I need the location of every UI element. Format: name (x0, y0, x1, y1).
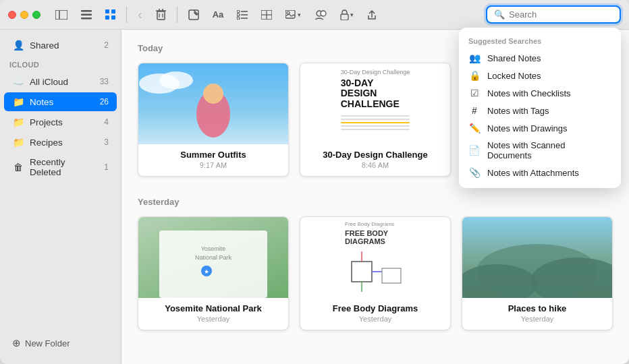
svg-rect-43 (352, 262, 372, 282)
grid-view-button[interactable] (101, 7, 119, 22)
compose-button[interactable] (184, 7, 203, 23)
sidebar-item-notes[interactable]: 📁 Notes 26 (4, 92, 117, 111)
design-challenge-thumb: 30-Day Design Challenge 30-DAYDESIGNCHAL… (300, 63, 450, 144)
search-input[interactable] (509, 9, 613, 20)
sidebar-item-shared[interactable]: 👤 Shared 2 (4, 36, 117, 55)
new-folder-plus-icon: ⊕ (12, 337, 21, 349)
svg-point-17 (237, 10, 240, 13)
dropdown-item-tags[interactable]: # Notes with Tags (459, 102, 621, 119)
yosemite-title: Yosemite National Park (145, 303, 281, 313)
all-icloud-label: All iCloud (30, 77, 94, 87)
svg-rect-47 (382, 268, 401, 283)
search-dropdown: Suggested Searches 👥 Shared Notes 🔒 Lock… (459, 28, 621, 188)
list-view-button[interactable] (77, 7, 96, 22)
minimize-button[interactable] (20, 11, 28, 19)
maximize-button[interactable] (32, 11, 40, 19)
back-button[interactable]: ‹ (134, 4, 146, 25)
icloud-section-label: iCloud (0, 55, 121, 71)
drawings-label: Notes with Drawings (487, 123, 568, 133)
dropdown-item-locked-notes[interactable]: 🔒 Locked Notes (459, 67, 621, 84)
svg-rect-9 (157, 11, 165, 20)
sidebar-item-recipes[interactable]: 📁 Recipes 3 (4, 133, 117, 152)
attachments-label: Notes with Attachments (487, 168, 579, 178)
note-card-free-body[interactable]: Free Body Diagrams FREE BODYDIAGRAMS (300, 216, 451, 330)
svg-rect-3 (81, 13, 92, 16)
free-body-title: Free Body Diagrams (307, 303, 443, 313)
dc-header: 30-Day Design Challenge (341, 69, 410, 75)
scanned-label: Notes with Scanned Documents (487, 140, 611, 160)
checklists-label: Notes with Checklists (487, 88, 571, 98)
recently-deleted-label: Recently Deleted (30, 157, 99, 177)
media-button[interactable]: ▾ (281, 7, 305, 22)
dropdown-item-shared-notes[interactable]: 👥 Shared Notes (459, 49, 621, 67)
titlebar: ‹ Aa (0, 0, 629, 30)
dc-main-title: 30-DAYDESIGNCHALLENGE (341, 78, 400, 109)
svg-rect-30 (341, 14, 348, 20)
summer-outfits-info: Summer Outfits 9:17 AM (138, 144, 288, 176)
fbd-diagram-area (345, 248, 406, 295)
svg-rect-6 (111, 9, 115, 13)
close-button[interactable] (8, 11, 16, 19)
svg-text:National Park: National Park (195, 254, 232, 261)
locked-notes-icon: 🔒 (468, 70, 481, 81)
svg-point-34 (159, 71, 193, 89)
suggested-searches-label: Suggested Searches (459, 34, 621, 49)
collaborate-button[interactable] (310, 7, 331, 22)
recipes-label: Recipes (30, 138, 99, 148)
new-folder-button[interactable]: ⊕ New Folder (4, 333, 117, 353)
table-button[interactable] (257, 7, 276, 22)
note-card-places-hike[interactable]: Places to hike Yesterday (462, 216, 613, 330)
sidebar: 👤 Shared 2 iCloud ☁️ All iCloud 33 📁 Not… (0, 30, 121, 364)
places-hike-title: Places to hike (469, 303, 605, 313)
checklist-button[interactable] (233, 7, 252, 22)
design-challenge-title: 30-Day Design Challenge (307, 150, 443, 160)
shared-notes-icon: 👥 (468, 53, 481, 63)
projects-label: Projects (30, 117, 99, 127)
design-challenge-time: 8:46 AM (307, 161, 443, 169)
yosemite-time: Yesterday (145, 315, 281, 323)
design-challenge-info: 30-Day Design Challenge 8:46 AM (300, 144, 450, 176)
new-folder-label: New Folder (25, 338, 70, 348)
dropdown-item-attachments[interactable]: 📎 Notes with Attachments (459, 164, 621, 181)
svg-text:★: ★ (204, 268, 209, 275)
share-button[interactable] (363, 7, 381, 23)
shared-icon: 👤 (12, 40, 24, 51)
dropdown-item-drawings[interactable]: ✏️ Notes with Drawings (459, 119, 621, 137)
note-card-summer-outfits[interactable]: Summer Outfits 9:17 AM (138, 63, 289, 177)
dropdown-item-scanned[interactable]: 📄 Notes with Scanned Documents (459, 137, 621, 164)
dropdown-item-checklists[interactable]: ☑ Notes with Checklists (459, 84, 621, 102)
divider-1 (126, 7, 127, 23)
free-body-info: Free Body Diagrams Yesterday (300, 298, 450, 330)
free-body-time: Yesterday (307, 315, 443, 323)
notes-label: Notes (30, 97, 94, 107)
divider-2 (177, 7, 177, 23)
note-card-design-challenge[interactable]: 30-Day Design Challenge 30-DAYDESIGNCHAL… (300, 63, 451, 177)
places-hike-thumb (462, 217, 612, 298)
traffic-lights (8, 11, 40, 19)
notes-folder-icon: 📁 (12, 96, 24, 107)
places-hike-time: Yesterday (469, 315, 605, 323)
svg-rect-5 (105, 9, 109, 13)
yesterday-section-title: Yesterday (138, 197, 613, 207)
locked-notes-label: Locked Notes (487, 71, 541, 81)
sidebar-item-all-icloud[interactable]: ☁️ All iCloud 33 (4, 72, 117, 91)
sidebar-item-recently-deleted[interactable]: 🗑 Recently Deleted 1 (4, 153, 117, 181)
sidebar-toggle-button[interactable] (51, 7, 72, 22)
yosemite-info: Yosemite National Park Yesterday (138, 298, 288, 330)
svg-point-21 (237, 17, 240, 20)
notes-count: 26 (100, 97, 109, 107)
recently-deleted-icon: 🗑 (12, 162, 24, 173)
projects-icon: 📁 (12, 117, 24, 127)
shared-notes-label: Shared Notes (487, 53, 541, 63)
search-icon: 🔍 (494, 9, 505, 20)
fbd-header-label: Free Body Diagrams (345, 221, 394, 227)
format-button[interactable]: Aa (209, 7, 228, 22)
summer-outfits-thumb (138, 63, 288, 144)
sidebar-item-projects[interactable]: 📁 Projects 4 (4, 113, 117, 131)
delete-button[interactable] (152, 6, 170, 23)
lock-button[interactable]: ▾ (336, 7, 358, 23)
yosemite-thumb: Yosemite National Park ★ (138, 217, 288, 298)
search-box[interactable]: 🔍 (486, 5, 621, 24)
note-card-yosemite[interactable]: Yosemite National Park ★ Yosemite Nation… (138, 216, 289, 330)
projects-count: 4 (104, 117, 109, 127)
